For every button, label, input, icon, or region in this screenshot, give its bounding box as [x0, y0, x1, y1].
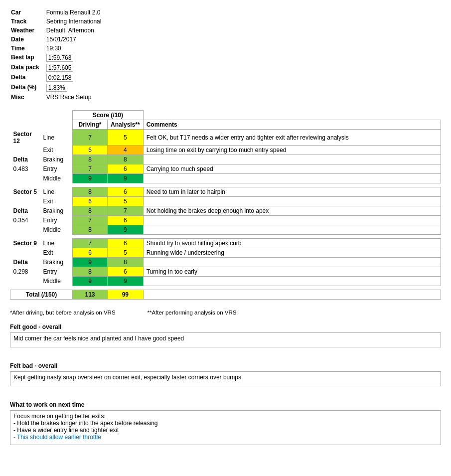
deltapct-label: Delta (%): [11, 83, 45, 92]
analysis-score: 6: [108, 216, 144, 225]
work-on-line3: - Have a wider entry line and tighter ex…: [13, 427, 438, 434]
datapack-label: Data pack: [11, 63, 45, 72]
footnote: *After driving, but before analysis on V…: [10, 310, 441, 316]
row-name: Middle: [40, 225, 73, 235]
comment-cell: [143, 155, 441, 164]
score-section: Score (/10) Driving* Analysis** Comments…: [10, 110, 441, 300]
comment-cell: [143, 258, 441, 267]
table-row: Exit 6 5: [10, 197, 441, 206]
row-name: Line: [40, 239, 73, 248]
date-value: 15/01/2017: [46, 35, 102, 43]
deltapct-value: 1.83%: [46, 83, 102, 92]
track-label: Track: [11, 17, 45, 25]
driving-score: 8: [73, 206, 108, 216]
total-label: Total (/150): [10, 290, 73, 300]
comment-cell: [143, 174, 441, 183]
bestlap-value: 1:59.763: [46, 53, 102, 62]
comment-cell: [143, 277, 441, 286]
time-label: Time: [11, 44, 45, 52]
bestlap-label: Best lap: [11, 53, 45, 62]
table-row: Middle 9 9: [10, 277, 441, 286]
delta-label: Delta: [10, 206, 40, 216]
comment-cell: [143, 216, 441, 225]
row-name: Line: [40, 130, 73, 146]
table-row: Exit 6 5 Running wide / understeering: [10, 248, 441, 258]
felt-bad-text: Kept getting nasty snap oversteer on cor…: [10, 371, 441, 386]
analysis-score: 9: [108, 174, 144, 183]
row-name: Line: [40, 187, 73, 197]
analysis-score: 6: [108, 187, 144, 197]
analysis-score: 5: [108, 130, 144, 146]
driving-score: 6: [73, 146, 108, 155]
col-empty-1: [10, 120, 40, 130]
comment-cell: Carrying too much speed: [143, 164, 441, 174]
table-row: Exit 6 4 Losing time on exit by carrying…: [10, 146, 441, 155]
row-name: Entry: [40, 164, 73, 174]
driving-score: 7: [73, 216, 108, 225]
car-value: Formula Renault 2.0: [46, 8, 102, 16]
table-row: Delta Braking 8 8: [10, 155, 441, 164]
analysis-score: 7: [108, 206, 144, 216]
score-header: Score (/10): [73, 111, 144, 120]
row-name: Exit: [40, 146, 73, 155]
table-row: Delta Braking 9 8: [10, 258, 441, 267]
analysis-score: 8: [108, 258, 144, 267]
time-value: 19:30: [46, 44, 102, 52]
row-name: Braking: [40, 258, 73, 267]
score-table: Score (/10) Driving* Analysis** Comments…: [10, 110, 441, 300]
misc-value: VRS Race Setup: [46, 93, 102, 101]
car-label: Car: [11, 8, 45, 16]
work-on-line2: - Hold the brakes longer into the apex b…: [13, 420, 438, 427]
felt-bad-title: Felt bad - overall: [10, 362, 441, 369]
table-row: 0.354 Entry 7 6: [10, 216, 441, 225]
weather-label: Weather: [11, 26, 45, 34]
row-name: Entry: [40, 216, 73, 225]
driving-score: 9: [73, 258, 108, 267]
col-driving-header: Driving*: [73, 120, 108, 130]
misc-label: Misc: [11, 93, 45, 101]
table-row: Middle 8 9: [10, 225, 441, 235]
driving-score: 8: [73, 225, 108, 235]
total-driving: 113: [73, 290, 108, 300]
delta-value: 0.483: [10, 164, 40, 174]
driving-score: 8: [73, 155, 108, 164]
table-row: Sector 9 Line 7 6 Should try to avoid hi…: [10, 239, 441, 248]
row-name: Exit: [40, 197, 73, 206]
delta-value: 0.354: [10, 216, 40, 225]
sector-label: Sector 5: [10, 187, 40, 197]
delta-label: Delta: [11, 73, 45, 82]
footnote2: **After performing analysis on VRS: [148, 310, 237, 316]
analysis-score: 5: [108, 197, 144, 206]
analysis-score: 9: [108, 277, 144, 286]
table-row: 0.298 Entry 8 6 Turning in too early: [10, 267, 441, 277]
work-on-line1: Focus more on getting better exits:: [13, 413, 438, 420]
row-name: Entry: [40, 267, 73, 277]
table-row: Sector 12 Line 7 5 Felt OK, but T17 need…: [10, 130, 441, 146]
row-name: Exit: [40, 248, 73, 258]
sector-label: Sector 9: [10, 239, 40, 248]
delta-value: 0.298: [10, 267, 40, 277]
col-analysis-header: Analysis**: [108, 120, 144, 130]
empty-header-3: [143, 111, 441, 120]
empty-header-1: [10, 111, 40, 120]
driving-score: 6: [73, 197, 108, 206]
comment-cell: Felt OK, but T17 needs a wider entry and…: [143, 130, 441, 146]
analysis-score: 6: [108, 164, 144, 174]
work-on-section: What to work on next time Focus more on …: [10, 401, 441, 445]
driving-score: 6: [73, 248, 108, 258]
table-row: 0.483 Entry 7 6 Carrying too much speed: [10, 164, 441, 174]
comment-cell: Not holding the brakes deep enough into …: [143, 206, 441, 216]
comment-cell: [143, 197, 441, 206]
comment-cell: Turning in too early: [143, 267, 441, 277]
datapack-value: 1:57.605: [46, 63, 102, 72]
work-on-text: Focus more on getting better exits: - Ho…: [10, 410, 441, 445]
comment-cell: Need to turn in later to hairpin: [143, 187, 441, 197]
row-name: Middle: [40, 277, 73, 286]
table-row: Middle 9 9: [10, 174, 441, 183]
row-name: Braking: [40, 206, 73, 216]
row-name: Middle: [40, 174, 73, 183]
felt-good-section: Felt good - overall Mid corner the car f…: [10, 323, 441, 347]
info-table: Car Formula Renault 2.0 Track Sebring In…: [10, 7, 102, 102]
analysis-score: 6: [108, 267, 144, 277]
work-on-line4: - This should allow earlier throttle: [13, 434, 438, 441]
